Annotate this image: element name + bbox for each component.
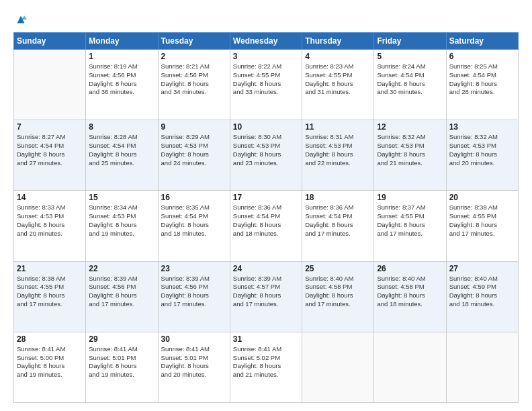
- calendar-cell: 17Sunrise: 8:36 AM Sunset: 4:54 PM Dayli…: [230, 191, 302, 261]
- calendar-cell: 1Sunrise: 8:19 AM Sunset: 4:56 PM Daylig…: [86, 50, 158, 120]
- cell-info: Sunrise: 8:32 AM Sunset: 4:53 PM Dayligh…: [449, 133, 515, 167]
- day-number: 6: [449, 52, 515, 61]
- day-number: 13: [449, 122, 515, 132]
- day-number: 16: [161, 193, 227, 202]
- cell-info: Sunrise: 8:22 AM Sunset: 4:55 PM Dayligh…: [233, 62, 299, 97]
- calendar-cell: 25Sunrise: 8:40 AM Sunset: 4:58 PM Dayli…: [302, 261, 374, 332]
- day-number: 11: [305, 122, 371, 132]
- day-number: 18: [305, 193, 371, 202]
- calendar-cell: 21Sunrise: 8:38 AM Sunset: 4:55 PM Dayli…: [14, 261, 86, 332]
- cell-info: Sunrise: 8:35 AM Sunset: 4:54 PM Dayligh…: [161, 203, 227, 238]
- calendar-cell: 3Sunrise: 8:22 AM Sunset: 4:55 PM Daylig…: [230, 50, 302, 120]
- day-number: 8: [89, 122, 154, 132]
- calendar-cell: 16Sunrise: 8:35 AM Sunset: 4:54 PM Dayli…: [158, 191, 230, 261]
- logo-icon: [15, 13, 27, 26]
- calendar-week-row: 21Sunrise: 8:38 AM Sunset: 4:55 PM Dayli…: [14, 261, 519, 332]
- calendar-header-tuesday: Tuesday: [158, 33, 230, 50]
- calendar-cell: 20Sunrise: 8:38 AM Sunset: 4:55 PM Dayli…: [446, 191, 518, 261]
- calendar-week-row: 7Sunrise: 8:27 AM Sunset: 4:54 PM Daylig…: [14, 120, 519, 191]
- calendar-header-saturday: Saturday: [446, 33, 518, 50]
- cell-info: Sunrise: 8:41 AM Sunset: 5:01 PM Dayligh…: [161, 345, 227, 379]
- calendar-header-thursday: Thursday: [302, 33, 374, 50]
- cell-info: Sunrise: 8:29 AM Sunset: 4:53 PM Dayligh…: [161, 133, 227, 167]
- calendar-week-row: 14Sunrise: 8:33 AM Sunset: 4:53 PM Dayli…: [14, 191, 519, 261]
- calendar-cell: 31Sunrise: 8:41 AM Sunset: 5:02 PM Dayli…: [230, 332, 302, 402]
- calendar-cell: 8Sunrise: 8:28 AM Sunset: 4:54 PM Daylig…: [86, 120, 158, 191]
- calendar-cell: 30Sunrise: 8:41 AM Sunset: 5:01 PM Dayli…: [158, 332, 230, 402]
- day-number: 30: [161, 334, 227, 344]
- calendar-cell: 6Sunrise: 8:25 AM Sunset: 4:54 PM Daylig…: [446, 50, 518, 120]
- day-number: 9: [161, 122, 227, 132]
- calendar-header-row: SundayMondayTuesdayWednesdayThursdayFrid…: [14, 33, 519, 50]
- day-number: 20: [449, 193, 515, 202]
- cell-info: Sunrise: 8:19 AM Sunset: 4:56 PM Dayligh…: [89, 62, 154, 97]
- day-number: 12: [377, 122, 443, 132]
- calendar-cell: 24Sunrise: 8:39 AM Sunset: 4:57 PM Dayli…: [230, 261, 302, 332]
- calendar-header-wednesday: Wednesday: [230, 33, 302, 50]
- calendar-header-monday: Monday: [86, 33, 158, 50]
- cell-info: Sunrise: 8:31 AM Sunset: 4:53 PM Dayligh…: [305, 133, 371, 167]
- cell-info: Sunrise: 8:30 AM Sunset: 4:53 PM Dayligh…: [233, 133, 299, 167]
- day-number: 26: [377, 264, 443, 273]
- cell-info: Sunrise: 8:41 AM Sunset: 5:02 PM Dayligh…: [233, 345, 299, 379]
- calendar-header-friday: Friday: [374, 33, 446, 50]
- calendar-cell: 18Sunrise: 8:36 AM Sunset: 4:54 PM Dayli…: [302, 191, 374, 261]
- cell-info: Sunrise: 8:39 AM Sunset: 4:57 PM Dayligh…: [233, 275, 299, 309]
- day-number: 2: [161, 52, 227, 61]
- day-number: 5: [377, 52, 443, 61]
- cell-info: Sunrise: 8:40 AM Sunset: 4:58 PM Dayligh…: [305, 275, 371, 309]
- day-number: 24: [233, 264, 299, 273]
- calendar-cell: [374, 332, 446, 402]
- cell-info: Sunrise: 8:36 AM Sunset: 4:54 PM Dayligh…: [305, 203, 371, 238]
- calendar-cell: 29Sunrise: 8:41 AM Sunset: 5:01 PM Dayli…: [86, 332, 158, 402]
- calendar-cell: 7Sunrise: 8:27 AM Sunset: 4:54 PM Daylig…: [14, 120, 86, 191]
- cell-info: Sunrise: 8:33 AM Sunset: 4:53 PM Dayligh…: [17, 203, 83, 238]
- cell-info: Sunrise: 8:24 AM Sunset: 4:54 PM Dayligh…: [377, 62, 443, 97]
- cell-info: Sunrise: 8:23 AM Sunset: 4:55 PM Dayligh…: [305, 62, 371, 97]
- calendar-cell: 5Sunrise: 8:24 AM Sunset: 4:54 PM Daylig…: [374, 50, 446, 120]
- calendar-cell: 19Sunrise: 8:37 AM Sunset: 4:55 PM Dayli…: [374, 191, 446, 261]
- calendar-cell: 12Sunrise: 8:32 AM Sunset: 4:53 PM Dayli…: [374, 120, 446, 191]
- calendar-cell: 2Sunrise: 8:21 AM Sunset: 4:56 PM Daylig…: [158, 50, 230, 120]
- day-number: 19: [377, 193, 443, 202]
- day-number: 3: [233, 52, 299, 61]
- day-number: 17: [233, 193, 299, 202]
- cell-info: Sunrise: 8:25 AM Sunset: 4:54 PM Dayligh…: [449, 62, 515, 97]
- calendar-cell: 14Sunrise: 8:33 AM Sunset: 4:53 PM Dayli…: [14, 191, 86, 261]
- calendar-week-row: 28Sunrise: 8:41 AM Sunset: 5:00 PM Dayli…: [14, 332, 519, 402]
- logo: [13, 12, 27, 26]
- cell-info: Sunrise: 8:39 AM Sunset: 4:56 PM Dayligh…: [89, 275, 154, 309]
- day-number: 7: [17, 122, 83, 132]
- cell-info: Sunrise: 8:28 AM Sunset: 4:54 PM Dayligh…: [89, 133, 154, 167]
- calendar-cell: [302, 332, 374, 402]
- cell-info: Sunrise: 8:36 AM Sunset: 4:54 PM Dayligh…: [233, 203, 299, 238]
- day-number: 25: [305, 264, 371, 273]
- calendar-cell: 26Sunrise: 8:40 AM Sunset: 4:58 PM Dayli…: [374, 261, 446, 332]
- calendar-header-sunday: Sunday: [14, 33, 86, 50]
- cell-info: Sunrise: 8:32 AM Sunset: 4:53 PM Dayligh…: [377, 133, 443, 167]
- day-number: 29: [89, 334, 154, 344]
- day-number: 21: [17, 264, 83, 273]
- day-number: 22: [89, 264, 154, 273]
- calendar-cell: 22Sunrise: 8:39 AM Sunset: 4:56 PM Dayli…: [86, 261, 158, 332]
- day-number: 23: [161, 264, 227, 273]
- day-number: 10: [233, 122, 299, 132]
- day-number: 28: [17, 334, 83, 344]
- calendar-table: SundayMondayTuesdayWednesdayThursdayFrid…: [13, 32, 519, 403]
- cell-info: Sunrise: 8:27 AM Sunset: 4:54 PM Dayligh…: [17, 133, 83, 167]
- cell-info: Sunrise: 8:41 AM Sunset: 5:00 PM Dayligh…: [17, 345, 83, 379]
- calendar-cell: [446, 332, 518, 402]
- calendar-cell: 27Sunrise: 8:40 AM Sunset: 4:59 PM Dayli…: [446, 261, 518, 332]
- cell-info: Sunrise: 8:38 AM Sunset: 4:55 PM Dayligh…: [449, 203, 515, 238]
- cell-info: Sunrise: 8:40 AM Sunset: 4:58 PM Dayligh…: [377, 275, 443, 309]
- day-number: 31: [233, 334, 299, 344]
- day-number: 15: [89, 193, 154, 202]
- day-number: 1: [89, 52, 154, 61]
- cell-info: Sunrise: 8:38 AM Sunset: 4:55 PM Dayligh…: [17, 275, 83, 309]
- header: [13, 12, 519, 26]
- cell-info: Sunrise: 8:39 AM Sunset: 4:56 PM Dayligh…: [161, 275, 227, 309]
- calendar-cell: 15Sunrise: 8:34 AM Sunset: 4:53 PM Dayli…: [86, 191, 158, 261]
- calendar-cell: 10Sunrise: 8:30 AM Sunset: 4:53 PM Dayli…: [230, 120, 302, 191]
- calendar-cell: [14, 50, 86, 120]
- day-number: 4: [305, 52, 371, 61]
